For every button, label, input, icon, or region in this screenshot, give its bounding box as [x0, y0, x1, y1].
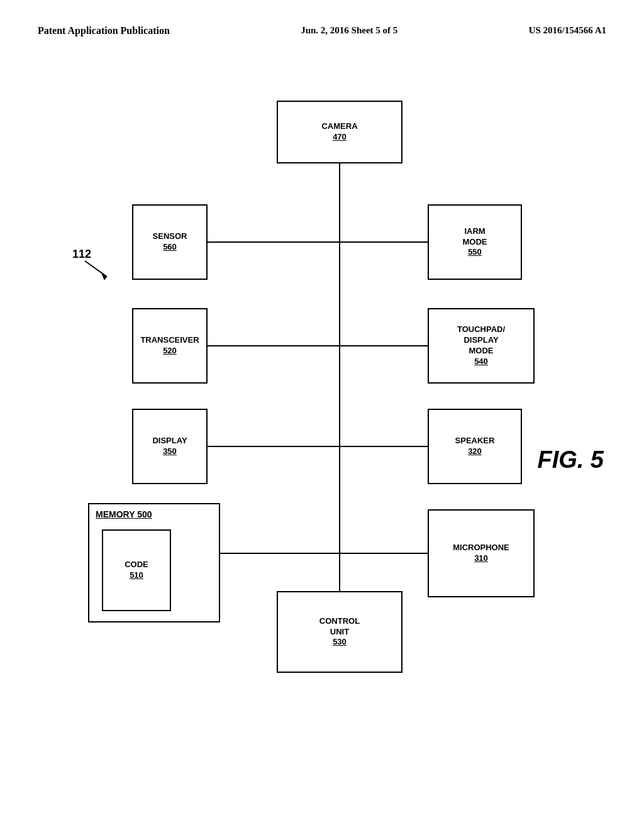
svg-line-6 [85, 261, 107, 277]
patent-diagram: 112 CAMERA 470 SENSOR 560 TRANSCEIVER 52… [38, 94, 604, 786]
control-unit-box: CONTROL UNIT 530 [277, 591, 402, 673]
display-box: DISPLAY 350 [132, 409, 208, 484]
reference-112: 112 [72, 245, 123, 286]
microphone-box: MICROPHONE 310 [428, 509, 535, 597]
figure-label: FIG. 5 [537, 446, 604, 473]
memory-outer-box: MEMORY 500 CODE 510 [88, 503, 220, 622]
patent-number: US 2016/154566 A1 [529, 25, 606, 36]
svg-text:112: 112 [72, 248, 91, 260]
sensor-box: SENSOR 560 [132, 204, 208, 280]
sheet-info: Jun. 2, 2016 Sheet 5 of 5 [301, 25, 397, 36]
touchpad-box: TOUCHPAD/ DISPLAY MODE 540 [428, 308, 535, 384]
camera-box: CAMERA 470 [277, 101, 402, 163]
memory-label: MEMORY 500 [96, 509, 152, 519]
speaker-box: SPEAKER 320 [428, 409, 522, 484]
publication-label: Patent Application Publication [38, 25, 170, 36]
code-box: CODE 510 [102, 529, 171, 611]
iarm-box: IARM MODE 550 [428, 204, 522, 280]
transceiver-box: TRANSCEIVER 520 [132, 308, 208, 384]
ref112-arrow: 112 [72, 245, 123, 283]
